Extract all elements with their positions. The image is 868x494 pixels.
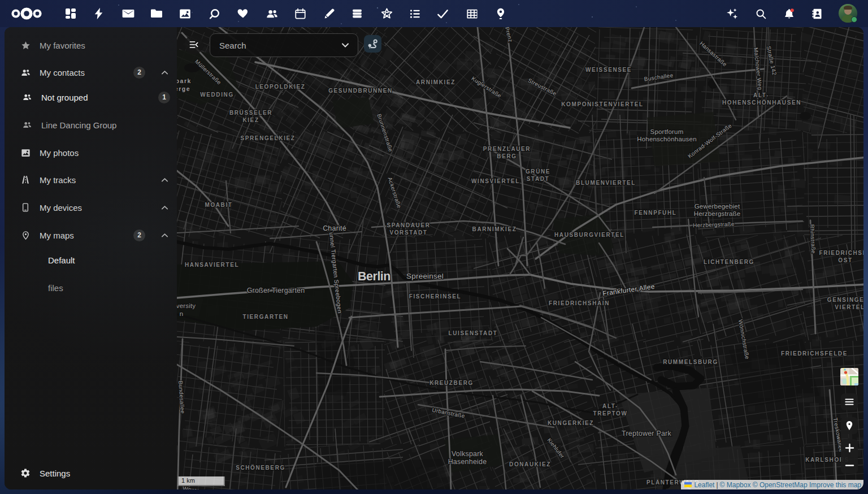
svg-text:LEOPOLDKIEZ: LEOPOLDKIEZ (255, 84, 306, 90)
svg-text:WINSVIERTEL: WINSVIERTEL (471, 178, 520, 184)
svg-text:n: n (180, 310, 184, 317)
svg-text:Hohenschönhausen: Hohenschönhausen (637, 136, 697, 142)
svg-text:HOHENSCHÖNHAUSEN: HOHENSCHÖNHAUSEN (722, 99, 801, 106)
svg-text:Hasenheide: Hasenheide (448, 458, 487, 466)
svg-text:SCHÖNEBERG: SCHÖNEBERG (236, 464, 285, 471)
svg-text:spark: spark (177, 77, 192, 84)
svg-text:FISCHERINSEL: FISCHERINSEL (409, 293, 462, 300)
svg-text:MOABIT: MOABIT (205, 202, 232, 208)
svg-text:WEDDING: WEDDING (200, 92, 234, 98)
svg-text:versity: versity (177, 302, 196, 309)
svg-text:LICHTENBERG: LICHTENBERG (704, 259, 754, 265)
svg-text:FRIEDRICHSHAIN: FRIEDRICHSHAIN (549, 300, 610, 306)
svg-text:Herzbergstraße: Herzbergstraße (694, 210, 741, 217)
svg-text:GENSINGER: GENSINGER (827, 297, 863, 303)
svg-text:VORSTADT: VORSTADT (389, 229, 427, 236)
svg-text:VIERTEL: VIERTEL (835, 304, 863, 310)
svg-text:Volkspark: Volkspark (452, 450, 484, 458)
svg-text:ALT-: ALT- (753, 92, 769, 98)
svg-text:Treptower Park: Treptower Park (622, 430, 671, 437)
svg-text:SPRENGELKIEZ: SPRENGELKIEZ (241, 135, 296, 141)
svg-text:TREPTOW: TREPTOW (593, 410, 627, 417)
svg-text:ARNIMKIEZ: ARNIMKIEZ (416, 79, 455, 85)
svg-text:Sportforum: Sportforum (650, 128, 684, 135)
svg-text:KOMPONISTENVIERTEL: KOMPONISTENVIERTEL (561, 101, 643, 107)
svg-text:berge: berge (177, 85, 190, 92)
svg-text:STADT: STADT (527, 176, 550, 182)
svg-text:OST: OST (838, 257, 852, 263)
svg-text:SPANDAUER: SPANDAUER (387, 222, 431, 228)
svg-text:LUISENSTADT: LUISENSTADT (449, 330, 498, 336)
svg-text:KUNGERKIEZ: KUNGERKIEZ (548, 420, 594, 426)
svg-text:PRENZLAUER: PRENZLAUER (483, 146, 531, 152)
svg-text:HANSAVIERTEL: HANSAVIERTEL (185, 262, 239, 268)
svg-text:BARNIMKIEZ: BARNIMKIEZ (472, 226, 517, 232)
svg-text:GRÜNE: GRÜNE (526, 168, 550, 175)
svg-text:DONAUKIEZ: DONAUKIEZ (509, 461, 551, 467)
svg-text:KREUZBERG: KREUZBERG (429, 380, 474, 386)
svg-text:Berlin: Berlin (358, 270, 390, 283)
svg-text:TIERGARTEN: TIERGARTEN (243, 314, 289, 320)
svg-text:BLUMENVIERTEL: BLUMENVIERTEL (576, 180, 636, 186)
svg-text:WEISSENSEE: WEISSENSEE (585, 67, 632, 73)
svg-text:FRIEDRICHSFE: FRIEDRICHSFE (819, 250, 863, 256)
svg-text:FRIEDRICHSFELDE: FRIEDRICHSFELDE (781, 350, 848, 357)
svg-text:HAUSBURGVIERTEL: HAUSBURGVIERTEL (554, 232, 624, 238)
svg-text:RUMMELSBURG: RUMMELSBURG (663, 359, 718, 365)
svg-text:Gewerbegebiet: Gewerbegebiet (695, 203, 740, 210)
svg-text:ALT-: ALT- (602, 403, 618, 409)
svg-text:KIEZ: KIEZ (242, 117, 259, 123)
svg-text:BRÜSSELER: BRÜSSELER (229, 109, 272, 116)
svg-text:GESUNDBRUNNEN: GESUNDBRUNNEN (328, 88, 393, 94)
svg-text:BERG: BERG (497, 153, 517, 159)
svg-text:FENNPFUHL: FENNPFUHL (635, 210, 677, 216)
svg-text:Charité: Charité (323, 224, 346, 232)
svg-text:Spreeinsel: Spreeinsel (406, 272, 444, 280)
svg-text:Großer Tiergarten: Großer Tiergarten (247, 287, 305, 294)
